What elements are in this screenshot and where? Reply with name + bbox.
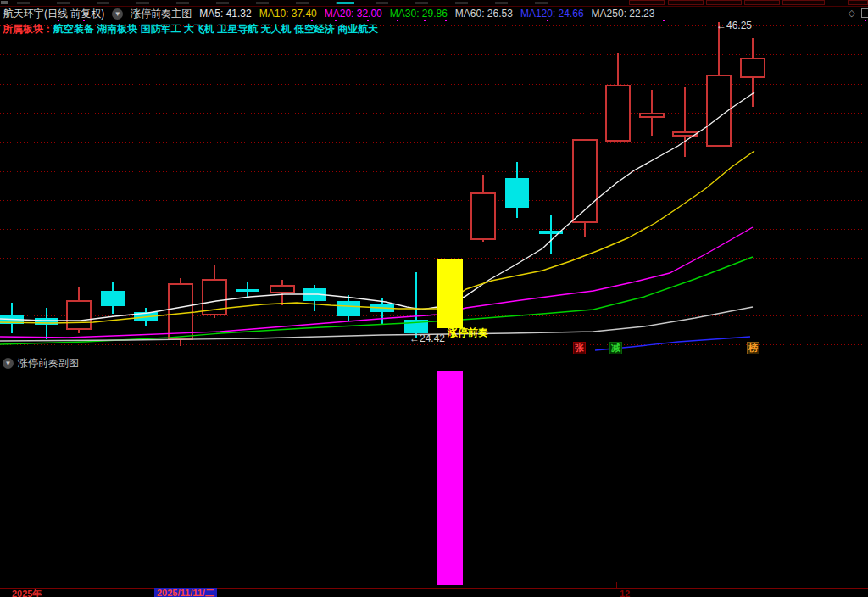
ma-value: MA120: 24.66 bbox=[520, 8, 584, 20]
sector-links[interactable]: 航空装备 湖南板块 国防军工 大飞机 卫星导航 无人机 低空经济 商业航天 bbox=[53, 23, 378, 35]
high-price-label: ←46.25 bbox=[716, 20, 752, 31]
ma-value: MA60: 26.53 bbox=[455, 8, 513, 20]
menu-items-cropped bbox=[17, 2, 559, 4]
sector-row: 所属板块：航空装备 湖南板块 国防军工 大飞机 卫星导航 无人机 低空经济 商业… bbox=[3, 22, 378, 36]
low-price-label: ←24.42 bbox=[409, 333, 445, 343]
diamond-icon[interactable]: ◇ bbox=[849, 8, 855, 18]
sector-row-label: 所属板块： bbox=[3, 23, 53, 35]
toolbar-button[interactable] bbox=[629, 0, 665, 5]
titlebar-right-icons: ◇ bbox=[849, 8, 866, 18]
date-axis: 2025年 2025/11/11/二 12 bbox=[0, 588, 868, 597]
ma-value: MA5: 41.32 bbox=[199, 8, 251, 20]
axis-month-label: 12 bbox=[620, 589, 630, 597]
indicator-title[interactable]: 涨停前奏主图 bbox=[131, 7, 192, 21]
sub-chart-title[interactable]: 涨停前奏副图 bbox=[18, 356, 79, 371]
trading-app-window: 航天环宇(日线 前复权) ▼ 涨停前奏主图 MA5: 41.32MA10: 37… bbox=[0, 0, 868, 597]
axis-selected-date: 2025/11/11/二 bbox=[154, 588, 217, 597]
toolbar-button[interactable] bbox=[782, 0, 825, 5]
window-icon[interactable] bbox=[861, 8, 868, 18]
stock-title: 航天环宇(日线 前复权) bbox=[3, 7, 104, 21]
menu-icon[interactable] bbox=[1, 1, 8, 4]
chart-title-bar: 航天环宇(日线 前复权) ▼ 涨停前奏主图 MA5: 41.32MA10: 37… bbox=[0, 7, 868, 20]
ma-value: MA250: 22.23 bbox=[592, 8, 655, 20]
signal-text-label: 涨停前奏 bbox=[448, 327, 488, 338]
toolbar-button[interactable] bbox=[668, 0, 704, 5]
badge-zhang[interactable]: 张 bbox=[573, 342, 586, 354]
ma-value: MA20: 32.00 bbox=[325, 8, 382, 20]
toolbar-button[interactable] bbox=[706, 0, 742, 5]
badge-bang[interactable]: 榜 bbox=[747, 342, 760, 354]
annotation-layer: ←46.25←24.42涨停前奏张减榜 bbox=[0, 0, 868, 597]
sub-chart-title-row: ▼ 涨停前奏副图 bbox=[3, 356, 79, 371]
chevron-down-icon[interactable]: ▼ bbox=[3, 358, 14, 369]
axis-tick bbox=[616, 582, 617, 589]
ma-values-list: MA5: 41.32MA10: 37.40MA20: 32.00MA30: 29… bbox=[199, 8, 654, 20]
badge-jian[interactable]: 减 bbox=[609, 342, 622, 354]
menu-item-active[interactable] bbox=[337, 2, 354, 4]
ma-value: MA30: 29.86 bbox=[390, 8, 448, 20]
ma-value: MA10: 37.40 bbox=[259, 8, 317, 20]
panel-divider[interactable] bbox=[0, 354, 868, 354]
toolbar-button[interactable] bbox=[848, 0, 868, 5]
chevron-down-icon[interactable]: ▼ bbox=[112, 8, 123, 20]
axis-year-label: 2025年 bbox=[12, 589, 42, 597]
toolbar-button[interactable] bbox=[744, 0, 780, 5]
